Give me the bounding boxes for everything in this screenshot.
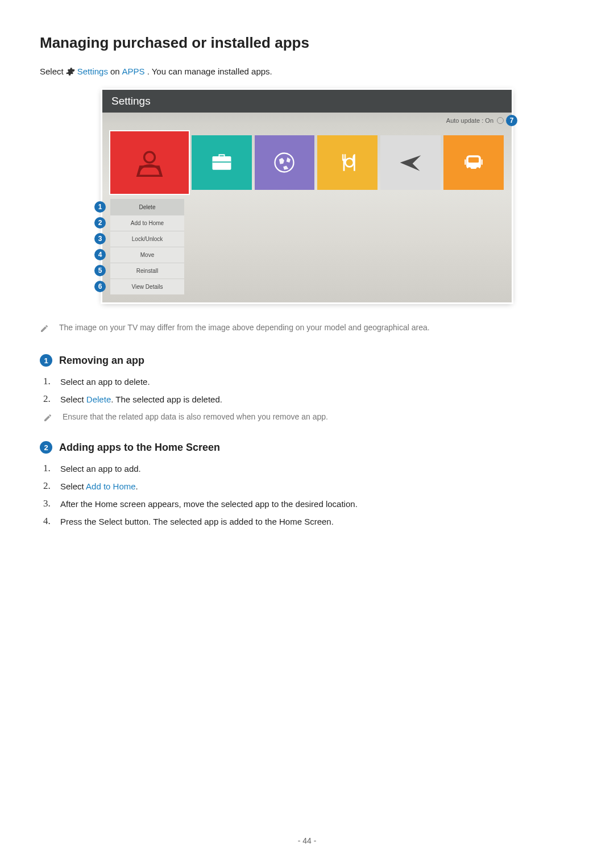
app-tile-4	[317, 135, 377, 190]
note-text: Ensure that the related app data is also…	[63, 412, 328, 421]
intro-mid: on	[110, 67, 120, 76]
svg-point-4	[346, 159, 354, 167]
callout-5: 5	[94, 265, 106, 276]
svg-point-0	[144, 152, 155, 163]
bus-icon	[461, 150, 486, 175]
list-item: 2. Select Add to Home.	[60, 481, 574, 491]
menu-item-view-details: View Details	[110, 279, 184, 294]
pencil-icon	[40, 324, 49, 335]
cutlery-icon	[335, 150, 360, 175]
list-item: 1. Select an app to delete.	[60, 377, 574, 387]
step-num: 3.	[43, 498, 51, 509]
menu-item-delete: Delete	[110, 199, 184, 215]
auto-update-label: Auto update : On	[446, 117, 504, 124]
step-num: 1.	[43, 376, 51, 387]
section-1-steps: 1. Select an app to delete. 2. Select De…	[40, 377, 574, 404]
plane-icon	[398, 150, 423, 175]
step-post: .	[136, 481, 138, 491]
section-1-bubble: 1	[40, 354, 52, 367]
step-post: . The selected app is deleted.	[111, 394, 222, 404]
intro-settings-link: Settings	[77, 67, 108, 76]
list-item: 2. Select Delete. The selected app is de…	[60, 394, 574, 404]
intro-apps-link: APPS	[122, 67, 145, 76]
tv-illustration-wrap: Settings Auto update : On	[102, 90, 512, 302]
step-num: 1.	[43, 463, 51, 474]
auto-update-toggle-icon	[497, 117, 504, 124]
step-pre: Select	[60, 394, 86, 404]
intro-text: Select Settings on APPS. You can manage …	[40, 67, 574, 76]
callout-4: 4	[94, 249, 106, 260]
intro-pre: Select	[40, 67, 64, 76]
menu-item-reinstall: Reinstall	[110, 263, 184, 279]
section-1-title: Removing an app	[59, 355, 144, 367]
section-2-head: 2 Adding apps to the Home Screen	[40, 441, 574, 454]
list-item: 1. Select an app to add.	[60, 464, 574, 474]
callout-6: 6	[94, 281, 106, 292]
step-text: Select an app to delete.	[60, 377, 150, 387]
tv-screen: Settings Auto update : On	[102, 90, 512, 302]
step-text: Select an app to add.	[60, 464, 141, 474]
svg-point-7	[468, 167, 471, 171]
callout-7: 7	[506, 115, 517, 126]
step-text: Press the Select button. The selected ap…	[60, 517, 334, 526]
section-2-bubble: 2	[40, 441, 52, 454]
app-tile-6	[443, 135, 504, 190]
pencil-icon	[43, 413, 52, 424]
menu-item-move: Move	[110, 247, 184, 263]
app-tile-5	[380, 135, 441, 190]
tv-title: Settings	[111, 95, 151, 107]
gear-icon	[66, 67, 75, 76]
callout-1: 1	[94, 201, 106, 213]
svg-rect-6	[468, 157, 479, 163]
page-title: Managing purchased or installed apps	[40, 34, 574, 52]
step-num: 2.	[43, 393, 51, 405]
auto-update-text: Auto update : On	[446, 117, 493, 124]
page-number: - 44 -	[0, 836, 614, 845]
step-pre: Select	[60, 481, 86, 491]
context-menu: Delete Add to Home Lock/Unlock Move Rein…	[110, 199, 184, 294]
tv-titlebar: Settings	[102, 90, 512, 113]
note-model-differ: The image on your TV may differ from the…	[40, 323, 574, 335]
note-text: The image on your TV may differ from the…	[59, 323, 430, 332]
list-item: 4. Press the Select button. The selected…	[60, 517, 574, 526]
intro-post: . You can manage installed apps.	[147, 67, 272, 76]
menu-item-lock-unlock: Lock/Unlock	[110, 231, 184, 247]
svg-rect-2	[212, 161, 231, 163]
callout-2: 2	[94, 217, 106, 229]
menu-item-add-to-home: Add to Home	[110, 215, 184, 231]
globe-icon	[272, 150, 297, 175]
step-num: 4.	[43, 516, 51, 527]
list-item: 3. After the Home screen appears, move t…	[60, 499, 574, 509]
svg-point-8	[476, 167, 480, 171]
step-text: After the Home screen appears, move the …	[60, 499, 358, 509]
step-num: 2.	[43, 480, 51, 492]
step-link: Delete	[86, 394, 111, 404]
section-2-steps: 1. Select an app to add. 2. Select Add t…	[40, 464, 574, 526]
briefcase-icon	[209, 150, 234, 175]
step-link: Add to Home	[86, 481, 136, 491]
app-tile-selected	[110, 131, 189, 194]
app-row	[110, 135, 504, 194]
person-card-icon	[134, 147, 165, 178]
app-tile-3	[255, 135, 315, 190]
callout-3: 3	[94, 233, 106, 244]
section-1-head: 1 Removing an app	[40, 354, 574, 367]
app-tile-2	[192, 135, 252, 190]
section-2-title: Adding apps to the Home Screen	[59, 442, 220, 454]
note-remove-data: Ensure that the related app data is also…	[40, 412, 574, 424]
